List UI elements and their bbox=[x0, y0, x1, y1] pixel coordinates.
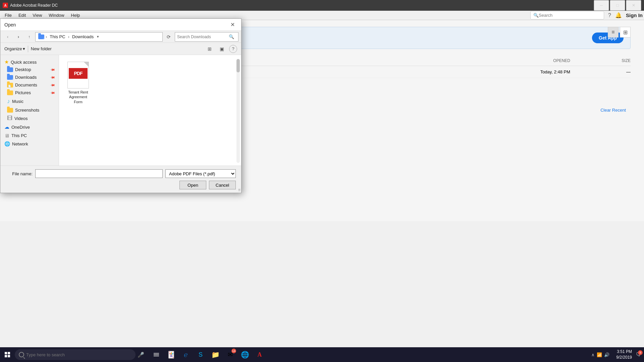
breadcrumb-sep2: › bbox=[68, 34, 69, 39]
sidebar-network-label: Network bbox=[12, 141, 28, 146]
search-dialog-input[interactable] bbox=[177, 35, 227, 39]
sidebar-item-thispc[interactable]: 🖥 This PC bbox=[0, 131, 59, 140]
sidebar-thispc-label: This PC bbox=[11, 133, 27, 138]
dialog-nav: ‹ › ↑ ↓ › This PC › Downloads ▾ ⟳ 🔍 bbox=[0, 31, 241, 43]
organize-button[interactable]: Organize ▾ bbox=[4, 46, 25, 51]
view-toggle: ≡ ⊞ bbox=[608, 27, 631, 38]
taskbar-mic-button[interactable]: 🎤 bbox=[136, 349, 146, 360]
notifications-icon[interactable]: 🔔 bbox=[615, 12, 622, 18]
onedrive-icon: ☁ bbox=[4, 124, 9, 130]
menu-window[interactable]: Window bbox=[45, 11, 67, 19]
sidebar-pictures-label: Pictures bbox=[15, 90, 31, 95]
sidebar-item-network[interactable]: 🌐 Network bbox=[0, 140, 59, 148]
list-view-button[interactable]: ≡ bbox=[608, 27, 619, 38]
acrobat-taskbar-app[interactable]: A bbox=[252, 347, 267, 362]
minimize-button[interactable]: ─ bbox=[594, 0, 609, 11]
file-grid: PDF Tenant Rent Agreement Form bbox=[63, 59, 237, 107]
sidebar-item-downloads[interactable]: ↓ Downloads 📌 bbox=[0, 73, 59, 81]
sidebar-item-desktop[interactable]: Desktop 📌 bbox=[0, 66, 59, 73]
start-button[interactable] bbox=[0, 347, 15, 362]
sign-in-button[interactable]: Sign In bbox=[626, 12, 643, 18]
nav-back-button[interactable]: ‹ bbox=[3, 32, 12, 42]
mail-app[interactable]: ✉ 14 bbox=[223, 347, 237, 362]
nav-up-button[interactable]: ↑ bbox=[24, 32, 34, 42]
breadcrumb-expand-button[interactable]: ▾ bbox=[96, 35, 100, 39]
file-name-field[interactable] bbox=[35, 169, 163, 178]
skype-app[interactable]: S bbox=[193, 347, 208, 362]
taskbar-right: ∧ 📶 🔊 3:51 PM 9/2/2019 🗨 9 bbox=[589, 349, 644, 360]
help-icon[interactable]: ? bbox=[608, 12, 611, 18]
clear-recent-button[interactable]: Clear Recent bbox=[600, 108, 626, 113]
grid-view-button[interactable]: ⊞ bbox=[620, 27, 631, 38]
search-box-dialog[interactable]: 🔍 bbox=[175, 32, 238, 42]
dialog-main: ★ Quick access Desktop 📌 ↓ Downloads 📌 bbox=[0, 55, 241, 166]
file-explorer-app[interactable]: 📁 bbox=[208, 347, 223, 362]
chrome-app[interactable]: 🌐 bbox=[237, 347, 252, 362]
pdf-badge: PDF bbox=[69, 68, 88, 79]
close-button[interactable]: ✕ bbox=[626, 0, 641, 11]
menu-file[interactable]: File bbox=[1, 11, 15, 19]
music-icon: ♪ bbox=[7, 98, 10, 105]
list-item[interactable]: PDF Tenant Rent Agreement Form bbox=[63, 59, 93, 107]
file-type-select[interactable]: Adobe PDF Files (*.pdf) bbox=[165, 169, 236, 178]
dialog-close-button[interactable]: ✕ bbox=[228, 20, 237, 29]
menu-edit[interactable]: Edit bbox=[15, 11, 29, 19]
taskbar-search-input[interactable] bbox=[26, 352, 120, 357]
sidebar-item-videos[interactable]: 🎞 Videos bbox=[0, 114, 59, 123]
downloads-folder-icon: ↓ bbox=[7, 75, 13, 80]
file-size-cell: — bbox=[597, 69, 631, 74]
breadcrumb-thispc[interactable]: This PC bbox=[48, 34, 66, 40]
view-mode-button[interactable]: ⊞ bbox=[205, 44, 214, 54]
breadcrumb-downloads[interactable]: Downloads bbox=[71, 34, 95, 40]
refresh-button[interactable]: ⟳ bbox=[164, 32, 173, 42]
organize-chevron-icon: ▾ bbox=[23, 46, 25, 51]
acrobat-title: Adobe Acrobat Reader DC bbox=[10, 3, 58, 8]
show-hidden-icon[interactable]: ∧ bbox=[591, 352, 595, 357]
volume-icon[interactable]: 🔊 bbox=[604, 352, 609, 357]
open-button[interactable]: Open bbox=[179, 181, 206, 189]
file-name-label: File name: bbox=[6, 171, 33, 176]
taskbar-apps: 🃏 ℯ S 📁 ✉ 14 🌐 A bbox=[149, 347, 267, 362]
menu-help[interactable]: Help bbox=[68, 11, 84, 19]
star-icon: ★ bbox=[4, 59, 9, 65]
notification-count: 9 bbox=[638, 350, 643, 355]
notification-center[interactable]: 🗨 9 bbox=[636, 352, 641, 358]
maximize-button[interactable]: □ bbox=[610, 0, 625, 11]
cancel-button[interactable]: Cancel bbox=[209, 181, 236, 189]
nav-forward-button[interactable]: › bbox=[14, 32, 23, 42]
dialog-titlebar: Open ✕ bbox=[0, 19, 241, 31]
screenshots-folder-icon bbox=[7, 108, 13, 113]
acrobat-search-box[interactable]: 🔍 bbox=[530, 11, 604, 19]
new-folder-button[interactable]: New folder bbox=[31, 46, 52, 51]
sidebar-desktop-label: Desktop bbox=[15, 67, 31, 72]
network-tray-icon[interactable]: 📶 bbox=[597, 352, 602, 357]
pin-icon-pics: 📌 bbox=[50, 90, 55, 95]
dialog-title: Open bbox=[4, 22, 228, 27]
edge-app[interactable]: ℯ bbox=[178, 347, 193, 362]
time-display: 3:51 PM bbox=[616, 349, 632, 355]
dialog-help-button[interactable]: ? bbox=[229, 45, 237, 53]
scrollbar-track[interactable] bbox=[236, 59, 240, 163]
acrobat-taskbar-icon: A bbox=[258, 351, 262, 358]
clock[interactable]: 3:51 PM 9/2/2019 bbox=[613, 349, 635, 360]
search-input[interactable] bbox=[539, 13, 599, 18]
sidebar-item-screenshots[interactable]: Screenshots bbox=[0, 106, 59, 114]
sidebar-item-music[interactable]: ♪ Music bbox=[0, 97, 59, 106]
search-icon: 🔍 bbox=[533, 13, 539, 18]
sidebar-item-documents[interactable]: 📄 Documents 📌 bbox=[0, 81, 59, 89]
scrollbar-thumb[interactable] bbox=[236, 59, 240, 72]
videos-icon: 🎞 bbox=[7, 115, 12, 121]
folder-icon: ↓ bbox=[38, 35, 44, 39]
sidebar-item-onedrive[interactable]: ☁ OneDrive bbox=[0, 123, 59, 131]
sidebar-item-pictures[interactable]: Pictures 📌 bbox=[0, 89, 59, 97]
resize-handle[interactable]: ⠿ bbox=[237, 189, 241, 193]
sidebar-music-label: Music bbox=[12, 99, 23, 104]
sidebar-onedrive-label: OneDrive bbox=[11, 125, 30, 130]
taskbar-search[interactable] bbox=[15, 349, 136, 360]
task-view-button[interactable] bbox=[149, 347, 164, 362]
search-dialog-icon: 🔍 bbox=[229, 34, 234, 39]
details-pane-button[interactable]: ▣ bbox=[217, 44, 226, 54]
sidebar-videos-label: Videos bbox=[14, 116, 28, 121]
menu-view[interactable]: View bbox=[29, 11, 45, 19]
solitaire-app[interactable]: 🃏 bbox=[164, 347, 178, 362]
